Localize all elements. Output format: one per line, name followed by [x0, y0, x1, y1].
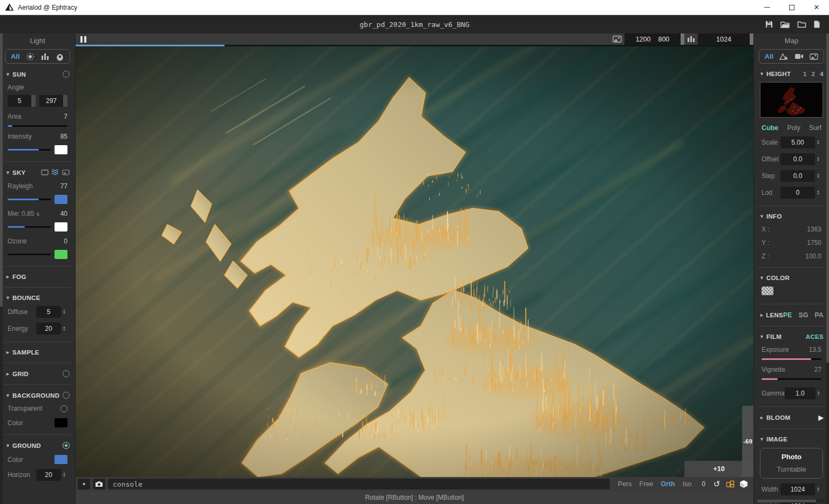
projection-iso[interactable]: Iso	[683, 480, 692, 488]
map-tab-all[interactable]: All	[765, 52, 774, 60]
drag-grip[interactable]	[681, 33, 684, 45]
stepper-arrows[interactable]: ▲▼	[61, 309, 67, 315]
fog-section-header[interactable]: ► FOG	[5, 274, 70, 280]
light-tab-all[interactable]: All	[11, 52, 20, 60]
render-image-button[interactable]	[610, 33, 624, 45]
drag-grip[interactable]	[63, 95, 67, 107]
height-offset-field[interactable]: 0.0	[780, 153, 815, 165]
image-section-header[interactable]: ▼ IMAGE	[759, 436, 824, 442]
sample-histogram-button[interactable]	[684, 33, 698, 45]
lens-mode-pe[interactable]: PE	[783, 311, 792, 319]
drag-grip[interactable]	[750, 33, 753, 45]
sun-section-header[interactable]: ▼ SUN	[5, 71, 70, 78]
ground-enable-radio[interactable]	[63, 442, 70, 449]
height-mode-cube[interactable]: Cube	[762, 124, 778, 132]
grid-enable-radio[interactable]	[63, 370, 70, 377]
color-section-header[interactable]: ▼ COLOR	[759, 275, 824, 281]
lens-mode-pa[interactable]: PA	[815, 311, 824, 319]
sky-rayleigh-slider[interactable]	[8, 199, 51, 200]
drag-grip[interactable]	[31, 95, 36, 107]
document-button[interactable]	[813, 20, 820, 29]
sky-atmosphere-icon[interactable]	[51, 169, 59, 176]
sky-section-header[interactable]: ▼ SKY	[5, 169, 70, 176]
ground-horizon-field[interactable]: 20	[36, 469, 61, 481]
projection-orth[interactable]: Orth	[661, 480, 675, 488]
film-exposure-slider[interactable]	[762, 358, 821, 360]
sky-mie-slider[interactable]	[8, 226, 51, 228]
render-size-field[interactable]: 1200 800	[624, 33, 681, 45]
view-angle-value[interactable]: 0	[702, 480, 705, 488]
background-transparent-radio[interactable]	[60, 405, 67, 412]
height-scale-field[interactable]: 5.00	[780, 137, 815, 148]
camera-tab-icon[interactable]	[794, 53, 804, 59]
minimize-button[interactable]	[755, 0, 779, 15]
film-vignette-slider[interactable]	[762, 378, 821, 380]
sky-image-icon[interactable]	[62, 169, 70, 176]
sun-area-slider[interactable]	[8, 125, 67, 127]
ground-section-header[interactable]: ▼ GROUND	[5, 442, 70, 449]
sun-angle-elevation-field[interactable]: 5	[8, 95, 36, 107]
height-step-field[interactable]: 0.0	[780, 170, 815, 182]
reset-rotation-icon[interactable]: ↺	[711, 479, 722, 489]
ground-color-swatch[interactable]	[55, 455, 67, 464]
bounce-section-header[interactable]: ▼ BOUNCE	[5, 295, 70, 301]
bloom-section-header[interactable]: ► BLOOM ▶	[759, 414, 824, 421]
height-level-1[interactable]: 1	[803, 71, 807, 77]
picture-tab-icon[interactable]	[810, 53, 818, 60]
sky-mie-color-swatch[interactable]	[55, 222, 67, 231]
pause-button[interactable]	[80, 36, 86, 43]
height-section-header[interactable]: ▼ HEIGHT 1 2 4	[759, 71, 824, 77]
stepper-arrows[interactable]: ▲▼	[61, 472, 67, 478]
photo-button[interactable]: Photo	[760, 453, 823, 461]
axonometric-view-icon[interactable]	[725, 480, 736, 488]
stepper-arrows[interactable]: ▲▼	[815, 140, 821, 145]
heightmap-thumbnail[interactable]	[760, 82, 823, 118]
sun-color-swatch[interactable]	[55, 145, 67, 154]
sky-rayleigh-color-swatch[interactable]	[55, 195, 67, 204]
height-level-4[interactable]: 4	[820, 71, 824, 77]
sample-size-field[interactable]: 1024	[698, 33, 750, 45]
sun-intensity-slider[interactable]	[8, 149, 51, 151]
console-input[interactable]	[108, 479, 610, 489]
cube-view-icon[interactable]	[738, 480, 749, 488]
sky-plain-icon[interactable]	[41, 169, 49, 176]
sky-ozone-color-swatch[interactable]	[55, 250, 67, 259]
stepper-arrows[interactable]: ▲▼	[61, 326, 67, 331]
film-mode-aces[interactable]: ACES	[806, 333, 824, 340]
stepper-arrows[interactable]: ▲▼	[815, 173, 821, 179]
settings-tab-icon[interactable]	[56, 52, 64, 61]
close-button[interactable]: ✕	[804, 0, 829, 15]
open-file-button[interactable]	[780, 20, 790, 29]
lens-section-header[interactable]: ► LENS PE SG PA	[759, 311, 824, 319]
lens-mode-sg[interactable]: SG	[799, 311, 808, 319]
sample-section-header[interactable]: ► SAMPLE	[5, 349, 70, 356]
height-level-2[interactable]: 2	[812, 71, 816, 77]
sun-angle-azimuth-field[interactable]: 297	[39, 95, 67, 107]
save-image-button[interactable]	[765, 20, 773, 29]
grid-section-header[interactable]: ► GRID	[5, 370, 70, 377]
info-section-header[interactable]: ▼ INFO	[759, 213, 824, 220]
turntable-button[interactable]: Turntable	[760, 465, 823, 473]
stepper-arrows[interactable]: ▲▼	[815, 190, 821, 195]
vertical-adjust-slider[interactable]: -69	[742, 406, 753, 477]
stepper-arrows[interactable]: ▲▼	[815, 156, 821, 162]
background-color-swatch[interactable]	[55, 418, 67, 427]
map-color-swatch[interactable]	[762, 287, 773, 295]
bloom-play-icon[interactable]: ▶	[818, 414, 824, 421]
new-folder-button[interactable]	[797, 20, 806, 29]
projection-pers[interactable]: Pers	[618, 480, 632, 488]
stepper-arrows[interactable]: ▲▼	[816, 391, 821, 396]
film-gamma-field[interactable]: 1.0	[785, 387, 816, 399]
background-section-header[interactable]: ▼ BACKGROUND	[5, 392, 70, 399]
light-panel-scrollbar[interactable]	[0, 33, 3, 504]
bounce-diffuse-field[interactable]: 5	[36, 306, 61, 318]
projection-free[interactable]: Free	[640, 480, 654, 488]
map-panel-hscrollbar[interactable]	[757, 500, 826, 502]
bounce-energy-field[interactable]: 20	[36, 323, 61, 335]
screenshot-button[interactable]	[93, 479, 105, 489]
sun-tab-icon[interactable]	[26, 52, 35, 61]
histogram-tab-icon[interactable]	[41, 53, 49, 60]
map-panel-scrollbar[interactable]	[826, 33, 829, 504]
height-mode-poly[interactable]: Poly	[787, 124, 800, 132]
stepper-arrows[interactable]: ▲▼	[815, 487, 821, 492]
